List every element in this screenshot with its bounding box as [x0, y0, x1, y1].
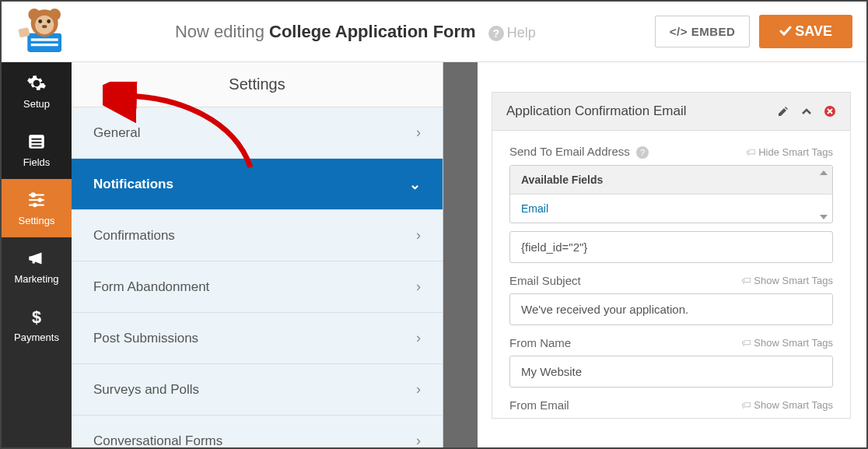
- svg-rect-1: [31, 38, 58, 40]
- chevron-right-icon: ›: [416, 330, 421, 346]
- dollar-icon: $: [26, 307, 47, 327]
- settings-list: General› Notifications⌄ Confirmations› F…: [72, 107, 443, 447]
- svg-point-8: [47, 19, 51, 23]
- editing-prefix: Now editing: [175, 22, 264, 41]
- help-icon[interactable]: ?: [636, 146, 649, 159]
- app-logo-icon: [16, 10, 70, 54]
- show-smart-tags[interactable]: Show Smart Tags: [741, 399, 833, 411]
- settings-header: Settings: [72, 62, 443, 107]
- editing-title: Now editing College Application Form ?He…: [70, 22, 641, 42]
- right-content: Application Confirmation Email Send To E…: [478, 62, 866, 447]
- nav-label: Payments: [14, 331, 59, 343]
- nav-marketing[interactable]: Marketing: [2, 237, 72, 296]
- panel-body: Send To Email Address ? Hide Smart Tags …: [492, 131, 850, 412]
- left-nav: Setup Fields Settings Marketing $ Paymen…: [2, 62, 72, 447]
- settings-column: Settings General› Notifications⌄ Confirm…: [72, 62, 443, 447]
- panel-title: Application Confirmation Email: [506, 103, 766, 119]
- save-button[interactable]: SAVE: [759, 15, 852, 48]
- chevron-down-icon: ⌄: [409, 176, 421, 193]
- form-name: College Application Form: [269, 22, 476, 41]
- gear-icon: [26, 73, 47, 93]
- code-icon: </>: [670, 25, 688, 38]
- chevron-right-icon: ›: [416, 227, 421, 244]
- megaphone-icon: [26, 248, 47, 268]
- embed-button[interactable]: </> EMBED: [655, 16, 751, 47]
- show-smart-tags[interactable]: Show Smart Tags: [741, 275, 833, 286]
- svg-point-7: [38, 19, 42, 23]
- help-link[interactable]: ?Help: [488, 25, 536, 40]
- nav-payments[interactable]: $ Payments: [2, 296, 72, 354]
- available-fields-header: Available Fields: [510, 166, 832, 195]
- svg-point-20: [33, 203, 37, 207]
- svg-rect-13: [32, 142, 42, 143]
- from-email-label: From Email: [509, 398, 569, 412]
- chevron-right-icon: ›: [416, 381, 421, 398]
- subject-input[interactable]: [509, 293, 833, 325]
- top-bar: Now editing College Application Form ?He…: [2, 2, 866, 62]
- edit-icon[interactable]: [777, 105, 789, 118]
- svg-point-18: [31, 193, 35, 197]
- chevron-right-icon: ›: [416, 279, 421, 295]
- settings-item-general[interactable]: General›: [72, 107, 443, 159]
- available-field-email[interactable]: Email: [510, 195, 832, 223]
- main-body: Setup Fields Settings Marketing $ Paymen…: [2, 62, 866, 447]
- nav-setup[interactable]: Setup: [2, 62, 72, 121]
- svg-rect-2: [31, 44, 58, 46]
- subject-label: Email Subject: [509, 274, 581, 287]
- list-icon: [26, 132, 47, 152]
- nav-label: Settings: [19, 215, 55, 226]
- chevron-right-icon: ›: [416, 125, 421, 141]
- svg-rect-14: [32, 145, 42, 146]
- svg-rect-12: [32, 139, 42, 140]
- settings-item-notifications[interactable]: Notifications⌄: [72, 159, 443, 210]
- delete-icon[interactable]: [824, 105, 836, 118]
- nav-label: Marketing: [14, 273, 58, 285]
- available-fields-box: Available Fields Email: [509, 165, 833, 223]
- settings-item-conversational[interactable]: Conversational Forms›: [72, 416, 443, 447]
- hide-smart-tags[interactable]: Hide Smart Tags: [746, 146, 833, 158]
- settings-item-confirmations[interactable]: Confirmations›: [72, 210, 443, 261]
- settings-item-form-abandonment[interactable]: Form Abandonment›: [72, 261, 443, 313]
- nav-label: Setup: [23, 98, 50, 110]
- settings-item-surveys[interactable]: Surveys and Polls›: [72, 364, 443, 416]
- show-smart-tags[interactable]: Show Smart Tags: [741, 337, 833, 349]
- divider-gap: [443, 62, 478, 447]
- panel-header: Application Confirmation Email: [492, 93, 850, 131]
- from-name-label: From Name: [509, 336, 571, 349]
- send-to-label: Send To Email Address ?: [509, 145, 649, 159]
- nav-fields[interactable]: Fields: [2, 121, 72, 179]
- check-icon: [779, 25, 792, 37]
- send-to-input[interactable]: [509, 231, 833, 263]
- svg-text:$: $: [32, 307, 41, 327]
- nav-label: Fields: [23, 156, 51, 168]
- collapse-icon[interactable]: [800, 105, 813, 118]
- nav-settings[interactable]: Settings: [2, 179, 72, 237]
- chevron-right-icon: ›: [416, 433, 421, 447]
- settings-item-post-submissions[interactable]: Post Submissions›: [72, 313, 443, 364]
- from-name-input[interactable]: [509, 356, 833, 388]
- sliders-icon: [26, 190, 47, 210]
- svg-point-9: [42, 25, 47, 28]
- svg-point-19: [38, 198, 42, 202]
- notification-panel: Application Confirmation Email Send To E…: [492, 92, 851, 419]
